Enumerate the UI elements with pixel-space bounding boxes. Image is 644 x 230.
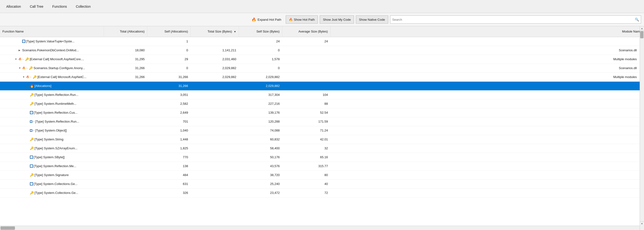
table-row[interactable]: [Type] System.Reflection.Me...13843,5763…	[0, 162, 644, 171]
expand-icon[interactable]: ▶	[18, 49, 22, 51]
key-icon: 🔑	[30, 146, 34, 150]
table-row[interactable]: 🔑[Type] System.Signature48438,72080	[0, 171, 644, 179]
show-just-my-code-button[interactable]: Show Just My Code	[320, 15, 354, 24]
table-row[interactable]: [Type] System.Reflection.Cus...2,649139,…	[0, 108, 644, 117]
horizontal-scrollbar-thumb[interactable]	[0, 227, 15, 230]
total-alloc-cell	[104, 81, 147, 90]
self-size-cell: 1,578	[239, 55, 282, 64]
key-icon: 🔑	[33, 75, 37, 79]
table-row[interactable]: ↗[Type] System.Object[]1,04074,08871.24	[0, 126, 644, 135]
module-cell	[330, 117, 644, 126]
show-native-code-button[interactable]: Show Native Code	[356, 15, 388, 24]
tab-collection[interactable]: Collection	[72, 0, 94, 13]
total-size-cell: 2,031,460	[190, 55, 239, 64]
module-cell	[330, 81, 644, 90]
table-row[interactable]: [Type] System.SByte[]77050,17665.16	[0, 153, 644, 162]
fire-icon: 🔥	[252, 17, 256, 22]
module-cell	[330, 135, 644, 144]
tab-call-tree[interactable]: Call Tree	[26, 0, 47, 13]
function-cell: ▼🔥←🔑Scenarios.Startup.Configure.Anony...	[0, 64, 104, 72]
top-nav: Allocation Call Tree Functions Collectio…	[0, 0, 644, 13]
avg-size-cell: 104	[282, 90, 330, 99]
scroll-down-arrow[interactable]: ▼	[640, 221, 644, 226]
self-size-cell: 317,304	[239, 90, 282, 99]
search-box[interactable]: 🔍	[390, 15, 641, 24]
hot-path-indicator: 🔥←	[26, 75, 32, 78]
collapse-icon[interactable]: ▼	[15, 58, 18, 60]
scroll-up-arrow[interactable]: ▲	[640, 26, 644, 30]
col-header-self-alloc[interactable]: Self (Allocations)	[147, 26, 190, 37]
self-size-cell: 2,029,882	[239, 72, 282, 81]
allocations-fire-icon: 🔥	[30, 84, 34, 88]
col-header-self-size[interactable]: Self Size (Bytes)	[239, 26, 282, 37]
function-name-text: [Type] System.Reflection.Run...	[34, 93, 78, 97]
table-row[interactable]: ▶Scenarios.PokemonDbContext.OnMod...18,0…	[0, 46, 644, 55]
expand-triangle-icon[interactable]: ▷	[26, 85, 29, 87]
table-row[interactable]: ▷🔥[Allocations]31,2662,029,882	[0, 81, 644, 90]
show-hot-path-button[interactable]: 🔥 Show Hot Path	[286, 15, 318, 24]
key-icon: 🔑	[30, 93, 34, 97]
table-row[interactable]: ▼🔥←🔑Scenarios.Startup.Configure.Anony...…	[0, 64, 644, 72]
function-name-text: Scenarios.PokemonDbContext.OnMod...	[22, 48, 79, 52]
table-row[interactable]: ↗[Type] System.Reflection.Run...701120,2…	[0, 117, 644, 126]
col-header-total-alloc[interactable]: Total (Allocations)	[104, 26, 147, 37]
self-alloc-cell: 1,448	[147, 135, 190, 144]
col-header-total-size[interactable]: Total Size (Bytes) ▼	[190, 26, 239, 37]
col-header-function[interactable]: Function Name	[0, 26, 104, 37]
module-cell: Multiple modules	[330, 72, 644, 81]
total-alloc-cell	[104, 171, 147, 179]
total-size-cell	[190, 126, 239, 135]
table-row[interactable]: ▼🔥←🔑[External Call] Microsoft.AspNetCore…	[0, 55, 644, 64]
tab-functions[interactable]: Functions	[48, 0, 71, 13]
self-alloc-cell: 138	[147, 162, 190, 171]
collapse-icon[interactable]: ▼	[22, 76, 25, 78]
table-row[interactable]: ▼🔥←🔑[External Call] Microsoft.AspNetC...…	[0, 72, 644, 81]
function-name-text: [Type] System.Signature	[34, 173, 69, 177]
avg-size-cell: 72	[282, 188, 330, 197]
self-alloc-cell: 770	[147, 153, 190, 162]
table-row[interactable]: 🔑[Type] System.String1,44860,83242.01	[0, 135, 644, 144]
avg-size-cell	[282, 72, 330, 81]
self-size-cell: 0	[239, 46, 282, 55]
self-size-cell: 60,832	[239, 135, 282, 144]
function-name-text: [Type] System.SByte[]	[34, 155, 64, 159]
collapse-icon[interactable]: ▼	[18, 67, 22, 69]
table-row[interactable]: 🔑[Type] System.Collections.Ge...32623,47…	[0, 188, 644, 197]
table-row[interactable]: [Type] System.ValueTuple<Syste...12424	[0, 37, 644, 46]
self-size-cell: 58,400	[239, 144, 282, 153]
table-body: [Type] System.ValueTuple<Syste...12424▶S…	[0, 37, 644, 197]
self-size-cell: 23,472	[239, 188, 282, 197]
vertical-scrollbar-thumb[interactable]	[640, 31, 644, 38]
self-size-cell: 120,288	[239, 117, 282, 126]
total-size-cell: 1,141,211	[190, 46, 239, 55]
function-name-text: [Type] System.Reflection.Run...	[35, 120, 79, 123]
tab-allocation[interactable]: Allocation	[2, 0, 25, 13]
col-header-avg-size[interactable]: Average Size (Bytes)	[282, 26, 330, 37]
self-alloc-cell: 701	[147, 117, 190, 126]
table-row[interactable]: 🔑[Type] System.Reflection.Run...3,051317…	[0, 90, 644, 99]
self-size-cell: 25,240	[239, 179, 282, 188]
total-alloc-cell	[104, 126, 147, 135]
vertical-scrollbar[interactable]: ▲ ▼	[640, 26, 644, 230]
data-table: Function Name Total (Allocations) Self (…	[0, 26, 644, 198]
module-cell	[330, 126, 644, 135]
col-header-module[interactable]: Module Name	[330, 26, 644, 37]
type-rect-icon	[22, 40, 25, 43]
self-size-cell: 50,176	[239, 153, 282, 162]
self-alloc-cell: 2,649	[147, 108, 190, 117]
total-alloc-cell	[104, 162, 147, 171]
type-rect-icon	[30, 111, 33, 114]
function-name-text: [Type] System.Reflection.Me...	[34, 164, 76, 168]
function-cell: 🔑[Type] System.SZArrayEnum...	[0, 144, 104, 153]
module-cell	[330, 90, 644, 99]
function-cell: ↗[Type] System.Reflection.Run...	[0, 117, 104, 126]
table-row[interactable]: [Type] System.Collections.Ge...63125,240…	[0, 179, 644, 188]
avg-size-cell: 42.01	[282, 135, 330, 144]
table-row[interactable]: 🔑[Type] System.RuntimeMeth...2,582227,21…	[0, 99, 644, 108]
function-name-text: [Type] System.Collections.Ge...	[34, 191, 78, 195]
function-cell: 🔑[Type] System.RuntimeMeth...	[0, 99, 104, 108]
horizontal-scrollbar[interactable]	[0, 226, 640, 230]
table-row[interactable]: 🔑[Type] System.SZArrayEnum...1,82558,400…	[0, 144, 644, 153]
search-input[interactable]	[392, 18, 634, 21]
key-icon: 🔑	[30, 102, 34, 105]
